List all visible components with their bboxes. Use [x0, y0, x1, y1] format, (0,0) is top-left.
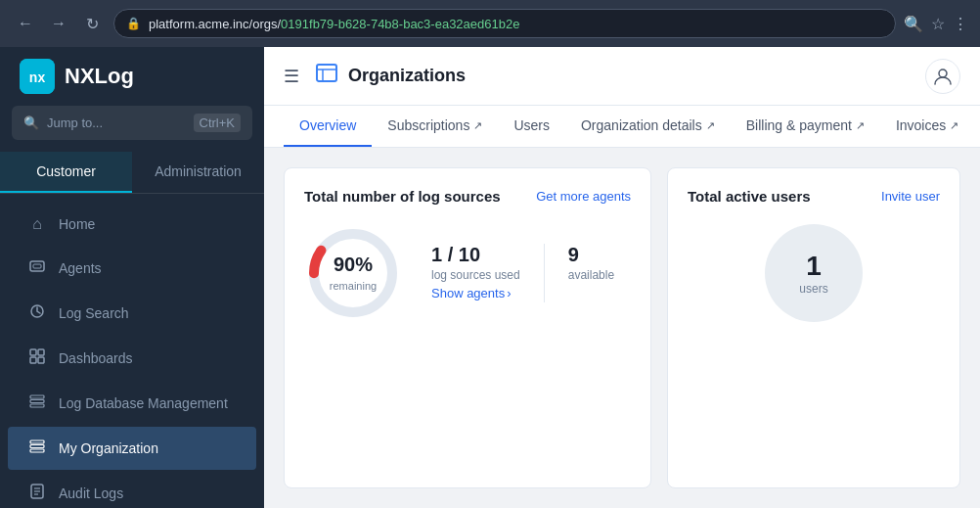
log-search-icon [27, 303, 47, 323]
tab-organization-details[interactable]: Organization details ↗ [565, 106, 731, 147]
donut-text: 90% remaining [330, 254, 377, 294]
tab-settings[interactable]: Settings [974, 106, 980, 147]
sidebar-item-label: Home [59, 216, 95, 232]
dashboards-icon [27, 348, 47, 368]
sidebar-item-label: Log Database Management [59, 395, 228, 411]
sidebar-item-log-database[interactable]: Log Database Management [8, 382, 256, 425]
search-bar[interactable]: 🔍 Jump to... Ctrl+K [12, 106, 252, 140]
topbar: ☰ Organizations [264, 47, 980, 106]
donut-label: remaining [330, 280, 377, 292]
active-users-header: Total active users Invite user [688, 188, 940, 205]
url-text: platform.acme.inc/orgs/0191fb79-b628-74b… [149, 17, 519, 31]
get-more-agents-link[interactable]: Get more agents [536, 189, 631, 204]
tab-users[interactable]: Users [498, 106, 565, 147]
log-sources-body: 90% remaining 1 / 10 log sources used Sh… [304, 224, 631, 322]
svg-rect-19 [317, 65, 336, 81]
page-title: Organizations [348, 66, 466, 86]
external-link-icon: ↗ [950, 119, 958, 132]
svg-rect-11 [30, 404, 44, 407]
main-content: ☰ Organizations Overvie [264, 47, 980, 508]
sidebar-item-my-organization[interactable]: My Organization [8, 427, 256, 470]
content-tabs: Overview Subscriptions ↗ Users Organizat… [264, 106, 980, 148]
show-agents-link[interactable]: Show agents › [431, 286, 520, 300]
menu-icon[interactable]: ⋮ [953, 15, 968, 33]
app: nx NXLog 🔍 Jump to... Ctrl+K Customer Ad… [0, 47, 980, 508]
donut-percent: 90% [330, 254, 377, 276]
forward-button[interactable]: → [45, 10, 72, 37]
back-button[interactable]: ← [12, 10, 39, 37]
organization-icon [27, 439, 47, 458]
user-avatar[interactable] [925, 59, 960, 94]
svg-text:nx: nx [29, 69, 46, 85]
tab-subscriptions[interactable]: Subscriptions ↗ [372, 106, 498, 147]
external-link-icon: ↗ [856, 119, 865, 132]
browser-chrome: ← → ↻ 🔒 platform.acme.inc/orgs/0191fb79-… [0, 0, 980, 47]
svg-rect-8 [38, 357, 44, 363]
sidebar-item-label: Dashboards [59, 350, 133, 366]
tab-invoices[interactable]: Invoices ↗ [880, 106, 974, 147]
log-sources-used-count: 1 / 10 [431, 244, 520, 266]
sidebar-nav: ⌂ Home Agents Lo [0, 202, 264, 508]
logo-text: NXLog [65, 64, 134, 89]
svg-rect-9 [30, 395, 44, 398]
sidebar-item-agents[interactable]: Agents [8, 247, 256, 290]
svg-rect-10 [30, 400, 44, 403]
home-icon: ⌂ [27, 215, 47, 233]
sidebar-tab-administration[interactable]: Administration [132, 152, 264, 193]
external-link-icon: ↗ [473, 119, 482, 132]
svg-rect-3 [33, 264, 41, 268]
chevron-right-icon: › [507, 286, 511, 300]
svg-rect-7 [30, 357, 36, 363]
svg-rect-6 [38, 349, 44, 355]
svg-rect-14 [30, 449, 44, 452]
nav-buttons: ← → ↻ [12, 10, 106, 37]
logo-icon: nx [20, 59, 55, 94]
hamburger-icon[interactable]: ☰ [284, 66, 299, 87]
search-icon[interactable]: 🔍 [904, 15, 923, 33]
svg-rect-13 [30, 445, 44, 448]
svg-rect-5 [30, 349, 36, 355]
svg-rect-2 [30, 261, 44, 271]
sidebar-tab-customer[interactable]: Customer [0, 152, 132, 193]
log-sources-card: Total number of log sources Get more age… [284, 167, 651, 488]
external-link-icon: ↗ [706, 119, 715, 132]
log-sources-used-stat: 1 / 10 log sources used Show agents › [431, 244, 520, 300]
content-area: Total number of log sources Get more age… [264, 148, 980, 508]
audit-logs-icon [27, 484, 47, 503]
sidebar-item-label: Log Search [59, 305, 129, 321]
log-sources-available-stat: 9 available [568, 244, 614, 282]
sidebar-logo: nx NXLog [0, 47, 264, 106]
svg-point-22 [939, 69, 947, 77]
users-count: 1 [806, 251, 822, 282]
log-sources-used-label: log sources used [431, 268, 520, 282]
log-sources-available-label: available [568, 268, 614, 282]
sidebar-item-audit-logs[interactable]: Audit Logs [8, 472, 256, 508]
address-bar[interactable]: 🔒 platform.acme.inc/orgs/0191fb79-b628-7… [113, 9, 896, 38]
lock-icon: 🔒 [126, 17, 141, 30]
invite-user-link[interactable]: Invite user [881, 189, 940, 204]
svg-rect-12 [30, 440, 44, 443]
sidebar-item-dashboards[interactable]: Dashboards [8, 337, 256, 380]
refresh-button[interactable]: ↻ [78, 10, 106, 37]
sidebar-tabs: Customer Administration [0, 152, 264, 194]
search-placeholder: Jump to... [47, 115, 103, 130]
sidebar-item-log-search[interactable]: Log Search [8, 292, 256, 335]
log-sources-header: Total number of log sources Get more age… [304, 188, 631, 205]
donut-chart: 90% remaining [304, 224, 402, 322]
sidebar-item-label: Agents [59, 260, 102, 276]
page-title-area: Organizations [315, 62, 910, 91]
log-sources-title: Total number of log sources [304, 188, 501, 205]
stat-divider [544, 244, 545, 302]
browser-actions: 🔍 ☆ ⋮ [904, 15, 968, 33]
sidebar-item-label: Audit Logs [59, 485, 123, 501]
bookmark-icon[interactable]: ☆ [931, 15, 945, 33]
log-database-icon [27, 393, 47, 413]
active-users-card: Total active users Invite user 1 users [667, 167, 960, 488]
users-body: 1 users [688, 224, 940, 322]
log-sources-available-count: 9 [568, 244, 614, 266]
sidebar-item-home[interactable]: ⌂ Home [8, 204, 256, 245]
search-shortcut: Ctrl+K [194, 114, 241, 132]
tab-overview[interactable]: Overview [284, 106, 372, 147]
tab-billing[interactable]: Billing & payment ↗ [731, 106, 880, 147]
users-circle: 1 users [765, 224, 863, 322]
